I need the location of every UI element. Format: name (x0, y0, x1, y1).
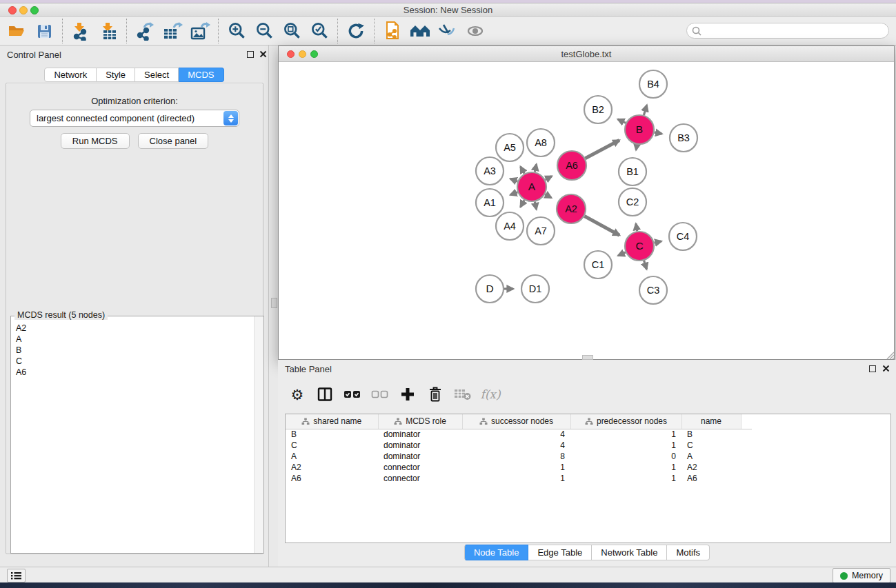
criterion-dropdown[interactable]: largest connected component (directed) (30, 110, 239, 127)
result-list-item[interactable]: A2 (16, 323, 253, 334)
graph-edge-A-A7[interactable] (535, 202, 536, 210)
table-cell[interactable]: A6 (681, 473, 741, 484)
graph-edge-A-A4[interactable] (521, 200, 525, 207)
graph-edge-C-C4[interactable] (654, 241, 661, 243)
import-network-button[interactable] (67, 18, 94, 44)
add-column-button[interactable] (395, 382, 420, 407)
deselect-all-button[interactable] (368, 382, 392, 407)
graph-edge-A-A5[interactable] (521, 167, 525, 174)
graph-edge-A-A2[interactable] (545, 194, 551, 198)
tab-motifs[interactable]: Motifs (667, 545, 710, 560)
column-header-shared-name[interactable]: shared name (286, 414, 378, 429)
graph-edge-A-A1[interactable] (510, 192, 517, 195)
column-header-successor-nodes[interactable]: successor nodes (462, 414, 570, 429)
search-field[interactable] (686, 23, 889, 39)
table-cell[interactable]: 8 (462, 451, 570, 462)
table-cell[interactable]: B (681, 429, 741, 440)
select-all-button[interactable] (340, 382, 365, 407)
function-builder-button[interactable]: f(x) (478, 382, 503, 407)
table-cell[interactable]: dominator (378, 440, 462, 451)
table-cell[interactable]: 1 (570, 429, 681, 440)
result-list-item[interactable]: A (16, 334, 253, 345)
horizontal-splitter-grip[interactable] (582, 355, 593, 360)
graph-edge-A-A6[interactable] (545, 176, 551, 180)
zoom-out-button[interactable] (250, 18, 278, 44)
network-canvas[interactable]: AA1A2A3A4A5A6A7A8BB1B2B3B4CC1C2C3C4DD1 (279, 62, 894, 359)
table-cell[interactable]: C (681, 440, 741, 451)
result-list-item[interactable]: B (16, 345, 253, 356)
tab-network[interactable]: Network (44, 68, 97, 82)
network-window-titlebar[interactable]: testGlobe.txt (279, 46, 894, 62)
result-list-item[interactable]: C (16, 356, 253, 367)
import-table-button[interactable] (94, 18, 122, 44)
float-table-panel-icon[interactable] (869, 365, 876, 372)
first-neighbors-button[interactable] (406, 18, 434, 44)
result-list-scrollbar[interactable] (254, 316, 263, 553)
result-list-item[interactable]: A6 (16, 367, 253, 378)
show-details-button[interactable] (461, 18, 489, 44)
table-settings-button[interactable]: ⚙ (285, 382, 310, 407)
table-cell[interactable]: 4 (462, 440, 570, 451)
table-cell[interactable]: 0 (570, 451, 681, 462)
zoom-selected-button[interactable] (306, 18, 333, 44)
graph-edge-C-C1[interactable] (618, 252, 626, 256)
table-row[interactable]: A2connector11A2 (286, 462, 752, 473)
export-image-button[interactable] (186, 18, 214, 44)
zoom-fit-button[interactable] (278, 18, 306, 44)
table-cell[interactable]: A (681, 451, 741, 462)
close-panel-icon[interactable] (259, 50, 267, 58)
table-cell[interactable]: dominator (378, 429, 462, 440)
graph-edge-B-B1[interactable] (636, 145, 637, 150)
table-row[interactable]: Adominator80A (286, 451, 752, 462)
tab-select[interactable]: Select (135, 68, 179, 82)
table-row[interactable]: A6connector11A6 (286, 473, 752, 484)
export-table-button[interactable] (159, 18, 186, 44)
graph-edge-A-A8[interactable] (535, 164, 536, 172)
graph-edge-B-B4[interactable] (644, 105, 646, 115)
table-cell[interactable]: 4 (462, 429, 570, 440)
tab-edge-table[interactable]: Edge Table (528, 545, 592, 560)
apply-layout-button[interactable] (342, 18, 370, 44)
column-header-name[interactable]: name (681, 414, 741, 429)
table-cell[interactable]: 1 (570, 440, 681, 451)
memory-button[interactable]: Memory (833, 568, 890, 583)
graph-edge-A6-B[interactable] (585, 140, 619, 158)
duplicate-network-button[interactable] (379, 18, 406, 44)
float-panel-icon[interactable] (247, 51, 254, 58)
hide-details-button[interactable] (434, 18, 461, 44)
graph-edge-B-B3[interactable] (655, 132, 662, 134)
graph-edge-B-B2[interactable] (618, 119, 626, 123)
tab-network-table[interactable]: Network Table (592, 545, 667, 560)
close-table-panel-icon[interactable] (882, 365, 890, 372)
column-header-predecessor-nodes[interactable]: predecessor nodes (570, 414, 681, 429)
graph-edge-C-C2[interactable] (636, 224, 637, 232)
table-cell[interactable]: B (286, 429, 378, 440)
table-cell[interactable]: A (286, 451, 378, 462)
tab-mcds[interactable]: MCDS (179, 68, 223, 82)
table-cell[interactable]: connector (378, 462, 462, 473)
table-cell[interactable]: connector (378, 473, 462, 484)
tab-style[interactable]: Style (97, 68, 135, 82)
vertical-splitter-grip[interactable] (271, 298, 277, 308)
column-header-MCDS-role[interactable]: MCDS role (378, 414, 462, 429)
table-cell[interactable]: 1 (570, 473, 681, 484)
delete-table-button[interactable] (450, 382, 475, 407)
table-cell[interactable]: A2 (286, 462, 378, 473)
table-cell[interactable]: A2 (681, 462, 741, 473)
show-columns-button[interactable] (312, 382, 337, 407)
table-cell[interactable]: dominator (378, 451, 462, 462)
table-cell[interactable]: A6 (286, 473, 378, 484)
table-row[interactable]: Cdominator41C (286, 440, 752, 451)
resize-grip-icon[interactable] (884, 349, 894, 359)
graph-edge-C-C3[interactable] (644, 261, 647, 269)
graph-edge-A-A3[interactable] (510, 179, 517, 181)
mcds-result-list[interactable]: A2ABCA6 (12, 318, 253, 552)
task-history-button[interactable] (7, 569, 26, 582)
table-cell[interactable]: 1 (462, 473, 570, 484)
run-mcds-button[interactable]: Run MCDS (61, 133, 130, 149)
table-row[interactable]: Bdominator41B (286, 429, 752, 440)
zoom-in-button[interactable] (223, 18, 250, 44)
open-session-button[interactable] (3, 18, 30, 44)
export-network-button[interactable] (131, 18, 159, 44)
table-cell[interactable]: 1 (462, 462, 570, 473)
